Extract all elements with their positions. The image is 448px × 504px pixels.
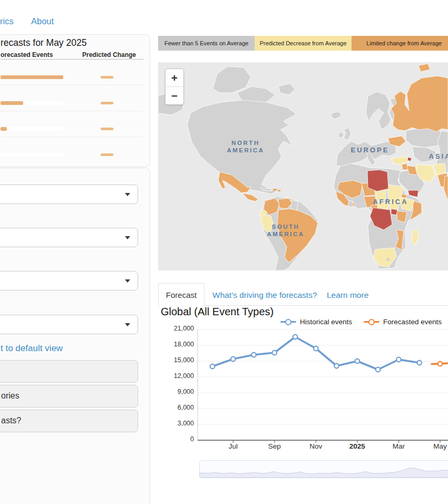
- reset-default-view-link[interactable]: t to default view: [1, 343, 63, 354]
- chart-legend-item[interactable]: Historical events: [280, 318, 352, 326]
- events-bar: [1, 75, 63, 79]
- tab-forecast-label: Forecast: [159, 290, 204, 299]
- predicted-change-dash: [101, 128, 113, 130]
- world-map-svg: [158, 62, 448, 270]
- x-axis-label: Sep: [259, 442, 290, 450]
- tab-learn-more[interactable]: Learn more: [327, 290, 368, 300]
- legend-segment: Limited change from Average: [352, 36, 448, 51]
- map-label-africa: AFRICA: [364, 198, 417, 206]
- forecast-row[interactable]: [1, 60, 143, 85]
- events-bar: [1, 127, 7, 131]
- x-axis-label: Jul: [217, 442, 249, 450]
- y-axis-label: 18,000: [158, 341, 194, 348]
- chevron-down-icon: [125, 236, 130, 239]
- predicted-change-dash: [101, 102, 113, 104]
- events-line-chart: 03,0006,0009,00012,00015,00018,00021,000…: [158, 327, 448, 459]
- events-bar: [1, 101, 23, 105]
- y-axis-label: 6,000: [158, 404, 194, 411]
- events-bar-track: [1, 153, 63, 157]
- map-legend-bar: Fewer than 5 Events on AveragePredicted …: [158, 36, 448, 51]
- y-axis-label: 21,000: [158, 325, 194, 332]
- column-header-predicted-change: Predicted Change: [82, 51, 136, 59]
- chart-title: Global (All Event Types): [161, 306, 274, 318]
- world-map-canvas[interactable]: NORTH AMERICA SOUTH AMERICA EUROPE ASIA …: [158, 62, 448, 270]
- x-axis-label: Mar: [383, 442, 414, 450]
- x-axis-label: 2025: [342, 442, 373, 450]
- line-chart-svg: [158, 327, 448, 445]
- chevron-down-icon: [125, 279, 130, 283]
- legend-line-circle-icon: [280, 319, 296, 325]
- zoom-out-button[interactable]: −: [165, 87, 183, 104]
- forecast-summary-panel: recasts for May 2025 orecasted Events Pr…: [0, 34, 150, 167]
- tab-whats-driving[interactable]: What's driving the forecasts?: [212, 290, 317, 300]
- nav-link-about[interactable]: About: [31, 16, 54, 26]
- sidebar-button-3-label: asts?: [1, 416, 21, 425]
- sidebar-button-3[interactable]: asts?: [0, 410, 138, 432]
- column-header-forecasted-events: orecasted Events: [1, 51, 53, 59]
- map-label-south-america: SOUTH AMERICA: [249, 223, 323, 238]
- filter-dropdown-3[interactable]: [0, 271, 138, 290]
- range-selector-sparkline: [200, 461, 448, 478]
- filter-dropdown-1[interactable]: [0, 185, 138, 204]
- map-zoom-control: + −: [165, 69, 184, 105]
- forecast-row[interactable]: [1, 111, 143, 137]
- map-label-asia: ASIA: [424, 153, 448, 160]
- y-axis-label: 3,000: [158, 420, 194, 427]
- forecast-row[interactable]: [1, 137, 143, 162]
- sidebar-button-2-label: ories: [1, 391, 20, 401]
- y-axis-label: 12,000: [158, 372, 194, 380]
- predicted-change-dash: [101, 153, 113, 156]
- chart-legend-label: Historical events: [300, 318, 352, 326]
- x-axis-label: Nov: [300, 442, 332, 450]
- chart-legend: Historical eventsForecasted events: [280, 318, 442, 326]
- filter-dropdown-4[interactable]: [0, 315, 138, 334]
- chart-legend-item[interactable]: Forecasted events: [364, 318, 442, 326]
- forecast-rows: [1, 60, 143, 162]
- zoom-in-button[interactable]: +: [165, 69, 183, 87]
- sidebar-button-1[interactable]: [0, 360, 138, 383]
- events-bar-track: [1, 127, 63, 131]
- filters-panel: t to default view ories asts?: [0, 168, 150, 504]
- time-range-selector[interactable]: [199, 460, 448, 478]
- x-axis-label: May: [424, 442, 448, 450]
- map-label-europe: EUROPE: [344, 147, 396, 154]
- chevron-down-icon: [125, 193, 130, 196]
- predicted-change-dash: [101, 76, 113, 79]
- nav-link-metrics[interactable]: rics: [0, 16, 14, 26]
- legend-segment: Fewer than 5 Events on Average: [158, 36, 255, 51]
- map-label-north-america: NORTH AMERICA: [209, 139, 283, 154]
- legend-line-circle-icon: [364, 319, 379, 325]
- y-axis-label: 0: [158, 435, 194, 443]
- chevron-down-icon: [125, 323, 130, 326]
- filter-dropdown-2[interactable]: [0, 228, 138, 247]
- legend-segment: Predicted Decrease from Average: [255, 36, 351, 51]
- tab-forecast[interactable]: Forecast: [158, 283, 204, 307]
- forecast-row[interactable]: [1, 85, 143, 111]
- sidebar-button-2[interactable]: ories: [0, 385, 138, 408]
- y-axis-label: 15,000: [158, 356, 194, 364]
- y-axis-label: 9,000: [158, 388, 194, 395]
- chart-legend-label: Forecasted events: [383, 318, 442, 326]
- forecast-panel-title: recasts for May 2025: [1, 37, 86, 49]
